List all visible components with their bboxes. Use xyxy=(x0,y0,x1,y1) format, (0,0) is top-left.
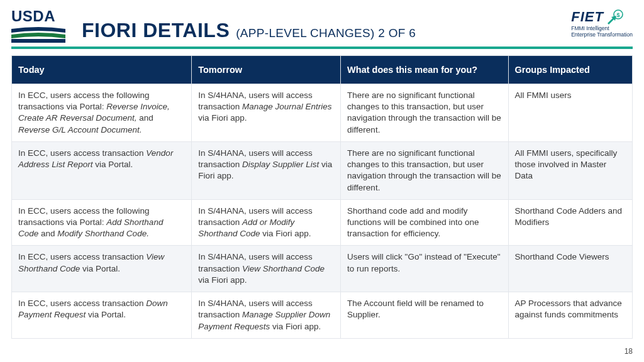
cell-today: In ECC, users access transaction Vendor … xyxy=(12,141,192,199)
cell-groups: All FMMI users, specifically those invol… xyxy=(508,141,632,199)
cell-groups: AP Processors that advance against funds… xyxy=(508,292,632,339)
cell-tomorrow: In S/4HANA, users will access transactio… xyxy=(192,292,341,339)
header-divider xyxy=(11,47,633,49)
cell-mean: There are no significant functional chan… xyxy=(341,141,508,199)
fiet-sub-line2: Enterprise Transformation xyxy=(571,32,633,38)
slide-title: FIORI DETAILS (APP-LEVEL CHANGES) 2 OF 6 xyxy=(82,19,416,42)
table-row: In ECC, users access transaction Down Pa… xyxy=(12,292,633,339)
cell-today: In ECC, users access transaction Down Pa… xyxy=(12,292,192,339)
page-number: 18 xyxy=(625,347,633,356)
svg-rect-0 xyxy=(11,39,65,43)
cell-tomorrow: In S/4HANA, users will access transactio… xyxy=(192,141,341,199)
cell-mean: Shorthand code add and modify functions … xyxy=(341,199,508,246)
col-header-groups: Groups Impacted xyxy=(508,56,632,84)
header: USDA FIORI DETAILS (APP-LEVEL CHANGES) 2… xyxy=(0,0,644,47)
col-header-tomorrow: Tomorrow xyxy=(192,56,341,84)
fiet-logo-text: FIET xyxy=(571,9,604,25)
table-row: In ECC, users access transaction View Sh… xyxy=(12,246,633,292)
cell-tomorrow: In S/4HANA, users will access transactio… xyxy=(192,199,341,246)
slide: USDA FIORI DETAILS (APP-LEVEL CHANGES) 2… xyxy=(0,0,644,362)
svg-text:$: $ xyxy=(616,12,619,18)
cell-today: In ECC, users access the following trans… xyxy=(12,84,192,142)
cell-tomorrow: In S/4HANA, users will access transactio… xyxy=(192,84,341,142)
fiet-sub-line1: FMMI Intelligent xyxy=(571,26,633,31)
cell-groups: Shorthand Code Viewers xyxy=(508,246,632,292)
cell-today: In ECC, users access transaction View Sh… xyxy=(12,246,192,292)
table-body: In ECC, users access the following trans… xyxy=(12,84,633,339)
table-row: In ECC, users access the following trans… xyxy=(12,199,633,246)
col-header-today: Today xyxy=(12,56,192,84)
title-main: FIORI DETAILS xyxy=(82,19,230,42)
table-row: In ECC, users access the following trans… xyxy=(12,84,633,142)
cell-groups: All FMMI users xyxy=(508,84,632,142)
usda-logo-bars-icon xyxy=(11,26,65,43)
changes-table: Today Tomorrow What does this mean for y… xyxy=(11,55,633,339)
usda-logo: USDA xyxy=(11,8,65,43)
cell-tomorrow: In S/4HANA, users will access transactio… xyxy=(192,246,341,292)
title-sub: (APP-LEVEL CHANGES) 2 OF 6 xyxy=(236,26,416,40)
arrow-dollar-icon: $ xyxy=(606,9,624,25)
usda-logo-text: USDA xyxy=(11,8,65,25)
cell-mean: There are no significant functional chan… xyxy=(341,84,508,142)
col-header-mean: What does this mean for you? xyxy=(341,56,508,84)
cell-mean: Users will click "Go" instead of "Execut… xyxy=(341,246,508,292)
table-header-row: Today Tomorrow What does this mean for y… xyxy=(12,56,633,84)
cell-mean: The Account field will be renamed to Sup… xyxy=(341,292,508,339)
cell-groups: Shorthand Code Adders and Modifiers xyxy=(508,199,632,246)
fiet-logo: FIET $ FMMI Intelligent Enterprise Trans… xyxy=(571,9,633,38)
cell-today: In ECC, users access the following trans… xyxy=(12,199,192,246)
table-row: In ECC, users access transaction Vendor … xyxy=(12,141,633,199)
